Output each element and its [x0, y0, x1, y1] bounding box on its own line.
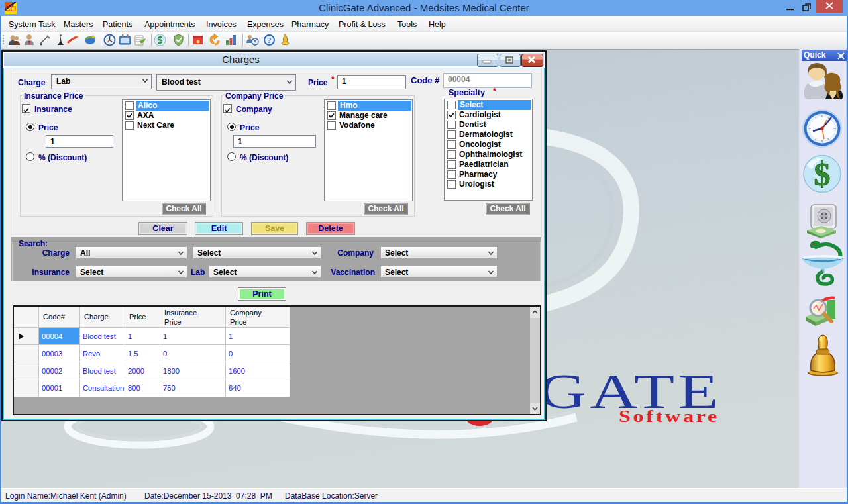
svg-text:?: ? — [268, 36, 272, 45]
svg-text:Software: Software — [619, 407, 719, 426]
svg-text:$: $ — [814, 156, 831, 193]
